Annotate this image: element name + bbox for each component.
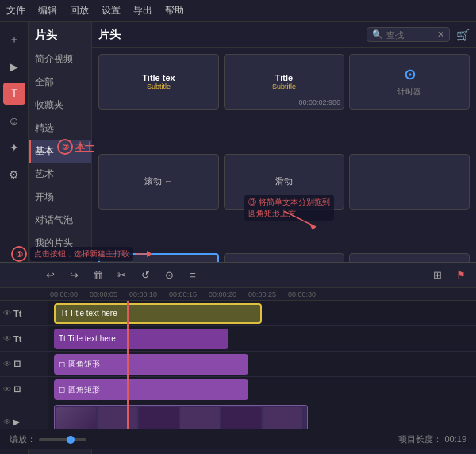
timeline-ruler: 00:00:00 00:00:05 00:00:10 00:00:15 00:0…: [0, 288, 476, 301]
track-eye-4[interactable]: 👁: [3, 385, 11, 394]
track-icon-2: Tt: [13, 334, 21, 344]
menu-intro-video[interactable]: 简介视频: [29, 48, 91, 71]
panel-title: 片头: [29, 22, 91, 48]
cart-icon[interactable]: 🛒: [456, 29, 470, 41]
menu-art[interactable]: 艺术: [29, 163, 91, 186]
ruler-15: 00:00:15: [169, 290, 197, 298]
scroll-text: 滚动 ←: [144, 175, 173, 187]
thumb-slide[interactable]: 滑动: [224, 154, 344, 210]
track-clip-3[interactable]: ◻ 圆角矩形: [54, 354, 248, 375]
menu-featured[interactable]: 精选: [29, 117, 91, 140]
thumb-empty[interactable]: [349, 154, 470, 210]
track-row-5: 👁 ▶ ▦: [0, 402, 476, 429]
timeline-tracks: 👁 Tt Tt Title text here 👁 Tt Tt Title te…: [0, 301, 476, 429]
sidebar-effects-icon[interactable]: ✦: [3, 137, 25, 159]
sidebar-tools-icon[interactable]: ⚙: [3, 164, 25, 186]
menu-file[interactable]: 文件: [6, 4, 25, 17]
clear-search-icon[interactable]: ✕: [437, 29, 444, 40]
track-clip-4-label: 圆角矩形: [68, 384, 100, 395]
thumb-title-subtitle[interactable]: Title tex Subtitle: [98, 54, 219, 110]
zoom-label: 编放：: [10, 433, 36, 445]
track-icon-3: ⊡: [13, 359, 21, 369]
search-icon: 🔍: [372, 29, 383, 40]
track-eye-3[interactable]: 👁: [3, 360, 11, 368]
thumb-title-only[interactable]: Title Subtitle 00:00:02:986: [224, 54, 344, 110]
thumb-title-text: Title tex: [142, 73, 175, 83]
menu-basic[interactable]: 基本: [29, 140, 91, 163]
track-row-4: 👁 ⊡ ◻ 圆角矩形: [0, 377, 476, 402]
timeline-area: ↩ ↪ 🗑 ✂ ↺ ⊙ ≡ ⊞ ⚑ 00:00:00 00:00:05 00:0…: [0, 262, 476, 429]
status-zoom: 编放：: [10, 433, 86, 445]
track-eye-2[interactable]: 👁: [3, 334, 11, 343]
zoom-slider[interactable]: [39, 438, 86, 441]
ruler-5: 00:00:05: [90, 290, 117, 298]
track-eye-5[interactable]: 👁: [3, 417, 11, 426]
track-clip-2-label: Tt Title text here: [59, 334, 116, 343]
search-input[interactable]: [386, 30, 434, 40]
track-clip-1-label: Tt Title text here: [60, 309, 117, 317]
sidebar-text-icon[interactable]: Ｔ: [3, 83, 25, 105]
track-clip-2[interactable]: Tt Title text here: [54, 329, 228, 349]
tl-delete-btn[interactable]: 🗑: [89, 267, 106, 284]
thumb-label-timer: 计时器: [397, 87, 421, 98]
track-icon-4: ⊡: [13, 384, 21, 394]
thumb-two-line: Title Subtitle: [272, 73, 296, 90]
timer-symbol: ⊙: [404, 66, 416, 83]
track-row-3: 👁 ⊡ ◻ 圆角矩形: [0, 352, 476, 377]
menubar: 文件 编辑 回放 设置 导出 帮助: [0, 0, 476, 22]
ruler-10: 00:00:10: [129, 290, 157, 298]
video-strip[interactable]: ▦: [54, 405, 308, 429]
track-left-1: 👁 Tt: [0, 301, 48, 325]
menu-settings[interactable]: 设置: [102, 4, 121, 17]
menu-edit[interactable]: 编辑: [38, 4, 57, 17]
menu-all[interactable]: 全部: [29, 71, 91, 94]
track-clip-3-label: 圆角矩形: [68, 359, 100, 370]
menu-playback[interactable]: 回放: [70, 4, 89, 17]
film-frame-4: [180, 407, 220, 429]
track-left-3: 👁 ⊡: [0, 352, 48, 376]
thumb-timer[interactable]: ⊙ 计时器: [349, 54, 470, 110]
track-clip-4-icon: ◻: [59, 385, 65, 394]
playhead[interactable]: [127, 301, 129, 429]
tl-cut-btn[interactable]: ✂: [113, 267, 130, 284]
tl-layout-btn[interactable]: ⊞: [428, 267, 446, 284]
bottom-section: ① 点击按钮，选择新建主打歌 ② 本十 ↩ ↪ 🗑 ✂ ↺ ⊙ ≡ ⊞ ⚑: [0, 262, 476, 454]
track-left-4: 👁 ⊡: [0, 377, 48, 402]
film-frame-1: ▦: [56, 407, 96, 429]
menu-help[interactable]: 帮助: [165, 4, 184, 17]
ruler-20: 00:00:20: [209, 290, 236, 298]
menu-opening[interactable]: 开场: [29, 186, 91, 209]
track-clip-3-icon: ◻: [59, 360, 65, 368]
thumb-subtitle-text: Subtitle: [147, 83, 171, 90]
film-frames: ▦: [55, 406, 304, 429]
tl-redo-btn[interactable]: ↪: [65, 267, 83, 284]
track-left-2: 👁 Tt: [0, 326, 48, 351]
ruler-30: 00:00:30: [288, 290, 316, 298]
tl-flag-btn[interactable]: ⚑: [452, 267, 470, 284]
thumb-time: 00:00:02:986: [298, 98, 340, 106]
status-bar: 编放： 项目长度： 00:19: [0, 429, 476, 449]
timeline-toolbar: ↩ ↪ 🗑 ✂ ↺ ⊙ ≡ ⊞ ⚑: [0, 263, 476, 288]
menu-favorites[interactable]: 收藏夹: [29, 94, 91, 117]
track-row-2: 👁 Tt Tt Title text here: [0, 326, 476, 352]
search-box[interactable]: 🔍 ✕: [367, 27, 450, 42]
thumb-scroll[interactable]: 滚动 ←: [98, 154, 219, 210]
track-eye-1[interactable]: 👁: [3, 309, 11, 317]
tl-undo-btn[interactable]: ↩: [41, 267, 59, 284]
menu-export[interactable]: 导出: [133, 4, 152, 17]
film-frame-3: [139, 407, 178, 429]
menu-my-titles[interactable]: 我的片头: [29, 232, 91, 255]
tl-list-btn[interactable]: ≡: [184, 267, 202, 284]
sidebar-media-icon[interactable]: ▶: [3, 56, 25, 78]
right-top-bar: 片头 🔍 ✕ 🛒: [92, 22, 476, 48]
zoom-dot: [67, 436, 75, 444]
tl-target-btn[interactable]: ⊙: [160, 267, 178, 284]
film-frame-5: [221, 407, 261, 429]
sidebar-sticker-icon[interactable]: ☺: [3, 110, 25, 132]
sidebar-add-icon[interactable]: ＋: [3, 29, 25, 51]
tl-rotate-btn[interactable]: ↺: [136, 267, 154, 284]
track-clip-1[interactable]: Tt Title text here: [54, 303, 262, 324]
track-clip-4[interactable]: ◻ 圆角矩形: [54, 379, 248, 400]
menu-dialogue[interactable]: 对话气泡: [29, 209, 91, 232]
track-icon-5: ▶: [13, 417, 20, 426]
